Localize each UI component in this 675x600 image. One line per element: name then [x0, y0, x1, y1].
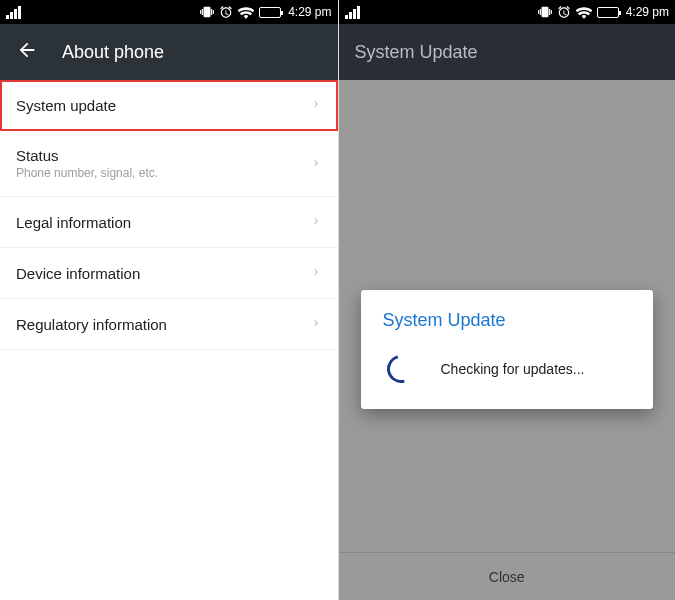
- back-icon[interactable]: [16, 39, 38, 65]
- item-regulatory-information[interactable]: Regulatory information: [0, 299, 338, 350]
- settings-list: System update Status Phone number, signa…: [0, 80, 338, 600]
- item-status[interactable]: Status Phone number, signal, etc.: [0, 131, 338, 197]
- close-button-label: Close: [489, 569, 525, 585]
- system-update-dialog: System Update Checking for updates...: [361, 290, 654, 409]
- chevron-right-icon: [310, 96, 322, 114]
- chevron-right-icon: [310, 155, 322, 173]
- page-title: System Update: [355, 42, 478, 63]
- screen-about-phone: 4:29 pm About phone System update Status…: [0, 0, 338, 600]
- page-title: About phone: [62, 42, 164, 63]
- list-item-sub: Phone number, signal, etc.: [16, 166, 158, 180]
- list-item-title: System update: [16, 97, 116, 114]
- vibrate-icon: [200, 5, 214, 19]
- list-item-title: Device information: [16, 265, 140, 282]
- list-item-title: Legal information: [16, 214, 131, 231]
- app-bar: About phone: [0, 24, 338, 80]
- battery-icon: [597, 7, 619, 18]
- vibrate-icon: [538, 5, 552, 19]
- app-bar: System Update: [339, 24, 676, 80]
- status-bar: 4:29 pm: [339, 0, 676, 24]
- wifi-icon: [238, 6, 254, 19]
- close-button[interactable]: Close: [339, 552, 676, 600]
- modal-scrim: System Update Checking for updates... Cl…: [339, 80, 676, 600]
- chevron-right-icon: [310, 264, 322, 282]
- wifi-icon: [576, 6, 592, 19]
- status-clock: 4:29 pm: [288, 5, 331, 19]
- signal-icon: [6, 6, 22, 19]
- status-clock: 4:29 pm: [626, 5, 669, 19]
- alarm-icon: [219, 5, 233, 19]
- signal-icon: [345, 6, 361, 19]
- item-system-update[interactable]: System update: [0, 80, 338, 131]
- list-item-title: Regulatory information: [16, 316, 167, 333]
- battery-icon: [259, 7, 281, 18]
- status-bar: 4:29 pm: [0, 0, 338, 24]
- loading-spinner-icon: [381, 350, 419, 388]
- item-legal-information[interactable]: Legal information: [0, 197, 338, 248]
- chevron-right-icon: [310, 315, 322, 333]
- chevron-right-icon: [310, 213, 322, 231]
- screen-system-update: 4:29 pm System Update System Update Chec…: [338, 0, 676, 600]
- dialog-title: System Update: [383, 310, 632, 331]
- dialog-message: Checking for updates...: [441, 361, 585, 377]
- list-item-title: Status: [16, 147, 158, 164]
- item-device-information[interactable]: Device information: [0, 248, 338, 299]
- alarm-icon: [557, 5, 571, 19]
